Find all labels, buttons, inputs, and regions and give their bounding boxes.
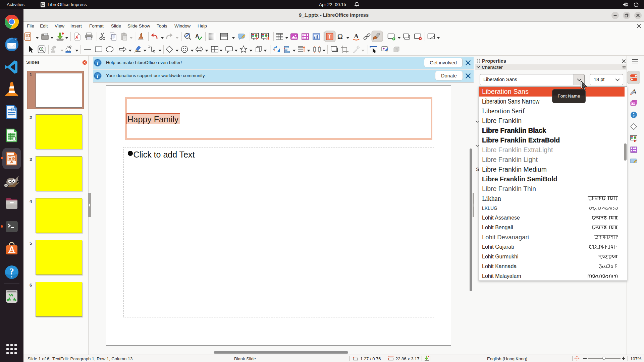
svg-text:i: i: [97, 73, 99, 79]
svg-text:Ω: Ω: [337, 32, 343, 41]
svg-text:A: A: [75, 36, 78, 39]
svg-text:T: T: [328, 34, 331, 40]
svg-text:i: i: [97, 60, 99, 66]
svg-text:?: ?: [9, 266, 14, 277]
svg-text:A: A: [354, 33, 359, 40]
